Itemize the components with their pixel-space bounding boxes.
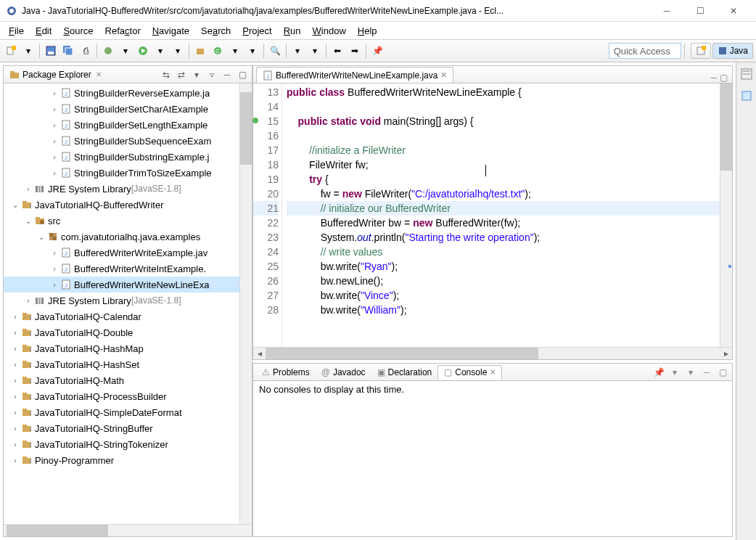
expand-toggle[interactable]: › bbox=[9, 329, 21, 337]
tree-item[interactable]: ›JJavaTutorialHQ-StringBuffer bbox=[4, 420, 239, 436]
expand-toggle[interactable]: › bbox=[9, 457, 21, 465]
editor-vertical-scrollbar[interactable] bbox=[720, 83, 732, 347]
maximize-view-button[interactable]: ▢ bbox=[716, 366, 729, 379]
tree-item[interactable]: ›JJavaTutorialHQ-Math bbox=[4, 372, 239, 388]
tree-item[interactable]: ›JBufferedWriterWriteIntExample. bbox=[4, 261, 239, 277]
tree-item[interactable]: ›JRE System Library [JavaSE-1.8] bbox=[4, 292, 239, 308]
window-close-button[interactable]: ✕ bbox=[717, 0, 750, 22]
dropdown-icon[interactable]: ▾ bbox=[20, 43, 36, 59]
expand-toggle[interactable]: › bbox=[9, 393, 21, 401]
expand-toggle[interactable]: › bbox=[49, 169, 60, 177]
tree-item[interactable]: ›JStringBuilderTrimToSizeExample bbox=[4, 165, 239, 181]
vertical-scrollbar[interactable] bbox=[239, 83, 252, 524]
expand-toggle[interactable]: › bbox=[49, 249, 60, 257]
task-list-button[interactable] bbox=[739, 89, 754, 103]
search-button[interactable]: 🔍 bbox=[267, 43, 283, 59]
tree-item[interactable]: ⌄JJavaTutorialHQ-BufferedWriter bbox=[4, 197, 239, 213]
expand-toggle[interactable]: › bbox=[49, 137, 60, 145]
dropdown-icon[interactable]: ▾ bbox=[227, 43, 243, 59]
tree-item[interactable]: ›JJavaTutorialHQ-HashMap bbox=[4, 340, 239, 356]
window-minimize-button[interactable]: ─ bbox=[650, 0, 683, 22]
open-console-button[interactable]: ▾ bbox=[684, 366, 697, 379]
maximize-view-button[interactable]: ▢ bbox=[236, 68, 249, 81]
expand-toggle[interactable]: ⌄ bbox=[9, 201, 21, 209]
tree-item[interactable]: ›JStringBuilderReverseExample.ja bbox=[4, 85, 239, 101]
tree-item[interactable]: ›JJavaTutorialHQ-HashSet bbox=[4, 356, 239, 372]
pin-console-button[interactable]: 📌 bbox=[652, 366, 665, 379]
menu-search[interactable]: Search bbox=[197, 24, 235, 38]
minimize-view-button[interactable]: ─ bbox=[221, 68, 234, 81]
horizontal-scrollbar[interactable] bbox=[4, 524, 252, 536]
expand-toggle[interactable]: › bbox=[9, 313, 21, 321]
menu-navigate[interactable]: Navigate bbox=[148, 24, 194, 38]
expand-toggle[interactable]: › bbox=[9, 345, 21, 353]
expand-toggle[interactable]: › bbox=[9, 377, 21, 385]
expand-toggle[interactable]: › bbox=[9, 441, 21, 449]
new-button[interactable] bbox=[3, 43, 19, 59]
tree-item[interactable]: ›JRE System Library [JavaSE-1.8] bbox=[4, 181, 239, 197]
tree-item[interactable]: ›JJavaTutorialHQ-StringTokenizer bbox=[4, 436, 239, 452]
expand-toggle[interactable]: › bbox=[49, 121, 60, 129]
pin-button[interactable]: 📌 bbox=[369, 43, 385, 59]
editor-horizontal-scrollbar[interactable]: ◂▸ bbox=[253, 347, 732, 359]
focus-button[interactable]: ▾ bbox=[190, 68, 203, 81]
expand-toggle[interactable]: ⌄ bbox=[36, 233, 47, 241]
tree-item[interactable]: ›JStringBuilderSubSequenceExam bbox=[4, 133, 239, 149]
dropdown-icon[interactable]: ▾ bbox=[118, 43, 133, 59]
open-perspective-button[interactable] bbox=[691, 43, 711, 59]
view-menu-button[interactable]: ▿ bbox=[205, 68, 218, 81]
menu-project[interactable]: Project bbox=[238, 24, 276, 38]
tree-item[interactable]: ⌄src bbox=[4, 213, 239, 229]
expand-toggle[interactable]: › bbox=[9, 409, 21, 417]
close-icon[interactable]: ✕ bbox=[96, 70, 102, 78]
link-editor-button[interactable]: ⇄ bbox=[175, 68, 188, 81]
tree-item[interactable]: ›JJavaTutorialHQ-Calendar bbox=[4, 308, 239, 324]
close-icon[interactable]: ✕ bbox=[440, 70, 447, 80]
menu-refactor[interactable]: Refactor bbox=[101, 24, 145, 38]
menu-file[interactable]: File bbox=[4, 24, 28, 38]
tree-item[interactable]: ⌄com.javatutorialhq.java.examples bbox=[4, 229, 239, 245]
menu-source[interactable]: Source bbox=[59, 24, 97, 38]
quick-access-input[interactable]: Quick Access bbox=[609, 43, 681, 59]
tab-declaration[interactable]: ▣Declaration bbox=[371, 366, 438, 379]
editor-tab[interactable]: J BufferedWriterWriteNewLineExample.java… bbox=[256, 67, 453, 83]
code-editor[interactable]: public class BufferedWriterWriteNewLineE… bbox=[282, 83, 720, 347]
expand-toggle[interactable]: › bbox=[49, 105, 60, 113]
save-button[interactable] bbox=[43, 43, 59, 59]
display-console-button[interactable]: ▾ bbox=[668, 366, 681, 379]
expand-toggle[interactable]: › bbox=[49, 281, 60, 289]
open-type-button[interactable]: ▾ bbox=[245, 43, 260, 59]
tab-javadoc[interactable]: @Javadoc bbox=[316, 366, 371, 379]
expand-toggle[interactable]: › bbox=[22, 297, 34, 305]
minimize-view-button[interactable]: ─ bbox=[700, 366, 713, 379]
expand-toggle[interactable]: › bbox=[49, 89, 60, 97]
expand-toggle[interactable]: › bbox=[49, 153, 60, 161]
minimize-editor-button[interactable]: ─ bbox=[710, 73, 717, 83]
expand-toggle[interactable]: › bbox=[9, 361, 21, 369]
annotation-next-button[interactable]: ➡ bbox=[347, 43, 363, 59]
maximize-editor-button[interactable]: ▢ bbox=[720, 73, 728, 83]
menu-help[interactable]: Help bbox=[353, 24, 382, 38]
tree-item[interactable]: ›JJavaTutorialHQ-ProcessBuilder bbox=[4, 388, 239, 404]
toggle-button[interactable]: ▾ bbox=[307, 43, 323, 59]
close-icon[interactable]: ✕ bbox=[490, 368, 496, 376]
tree-item[interactable]: ›JBufferedWriterWriteNewLineExa bbox=[4, 277, 239, 292]
expand-toggle[interactable]: › bbox=[22, 185, 34, 193]
menu-window[interactable]: Window bbox=[308, 24, 350, 38]
tree-item[interactable]: ›JPinoy-Programmer bbox=[4, 452, 239, 468]
annotation-prev-button[interactable]: ⬅ bbox=[329, 43, 345, 59]
package-explorer-tree[interactable]: ›JStringBuilderReverseExample.ja›JString… bbox=[4, 83, 239, 524]
tree-item[interactable]: ›JStringBuilderSetLengthExample bbox=[4, 117, 239, 133]
run-button[interactable] bbox=[135, 43, 151, 59]
window-maximize-button[interactable]: ☐ bbox=[683, 0, 717, 22]
dropdown-icon[interactable]: ▾ bbox=[152, 43, 168, 59]
menu-edit[interactable]: Edit bbox=[31, 24, 56, 38]
expand-toggle[interactable]: › bbox=[9, 425, 21, 433]
debug-button[interactable] bbox=[100, 43, 116, 59]
package-explorer-tab[interactable]: Package Explorer ✕ bbox=[7, 68, 104, 81]
coverage-button[interactable]: ▾ bbox=[170, 43, 186, 59]
tree-item[interactable]: ›JJavaTutorialHQ-SimpleDateFormat bbox=[4, 404, 239, 420]
save-all-button[interactable] bbox=[60, 43, 76, 59]
tree-item[interactable]: ›JStringBuilderSetCharAtExample bbox=[4, 101, 239, 117]
expand-toggle[interactable]: ⌄ bbox=[22, 217, 34, 225]
